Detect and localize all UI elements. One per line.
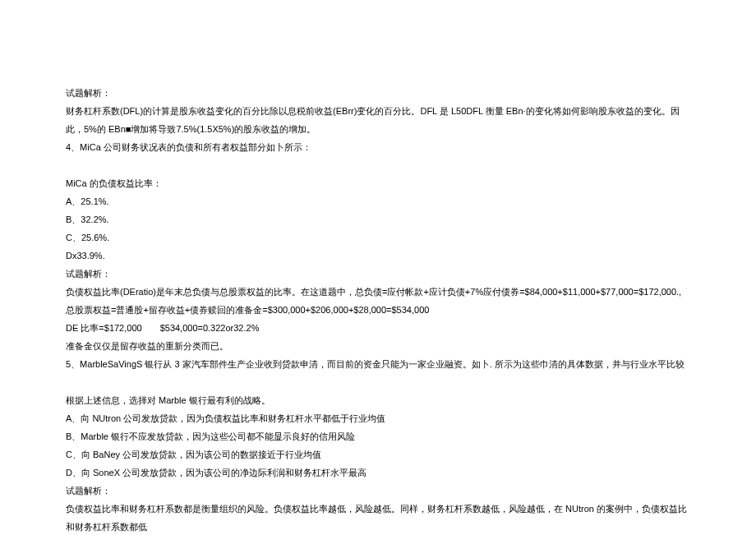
option-d: Dx33.9%. [66, 247, 690, 265]
question-5-stem: 5、MarbleSaVingS 银行从 3 家汽车部件生产企业收到贷款申清，而目… [66, 355, 690, 373]
option-b: B、32.2%. [66, 210, 690, 228]
question-4-prompt: MiCa 的负债权益比率： [66, 174, 690, 192]
question-5-prompt: 根据上述信息，选择对 Marble 银行最有利的战略。 [66, 391, 690, 409]
analysis-label-2: 试题解析： [66, 265, 690, 283]
analysis-label-3: 试题解析： [66, 482, 690, 500]
option-a: A、25.1%. [66, 192, 690, 210]
blank-line [66, 373, 690, 391]
analysis-text-1: 财务杠杆系数(DFL)的计算是股东收益变化的百分比除以息税前收益(EBrr)变化… [66, 102, 690, 138]
option-b-2: B、Marble 银行不应发放贷款，因为这些公司都不能显示良好的信用风险 [66, 427, 690, 445]
option-c: C、25.6%. [66, 228, 690, 247]
analysis-label-1: 试题解析： [66, 84, 690, 102]
analysis-text-2: 负债权益比率(DEratio)是年末总负债与总股票权益的比率。在这道题中，总负债… [66, 283, 690, 319]
option-d-2: D、向 SoneX 公司发放贷款，因为该公司的净边际利润和财务杠杆水平最高 [66, 464, 690, 482]
blank-line [66, 156, 690, 174]
reserve-note: 准备金仅仅是留存收益的重新分类而已。 [66, 337, 690, 355]
analysis-text-3: 负债权益比率和财务杠杆系数都是衡量组织的风险。负债权益比率越低，风险越低。同样，… [66, 500, 690, 535]
de-ratio-line: DE 比率=$172,000 $534,000=0.322or32.2% [66, 319, 690, 337]
question-4-stem: 4、MiCa 公司财务状况表的负债和所有者权益部分如卜所示： [66, 138, 690, 156]
option-a-2: A、向 NUtron 公司发放贷款，因为负债权益比率和财务杠杆水平都低于行业均值 [66, 409, 690, 427]
option-c-2: C、向 BaNey 公司发放贷款，因为该公司的数据接近于行业均值 [66, 445, 690, 464]
document-body: 试题解析： 财务杠杆系数(DFL)的计算是股东收益变化的百分比除以息税前收益(E… [66, 84, 690, 535]
